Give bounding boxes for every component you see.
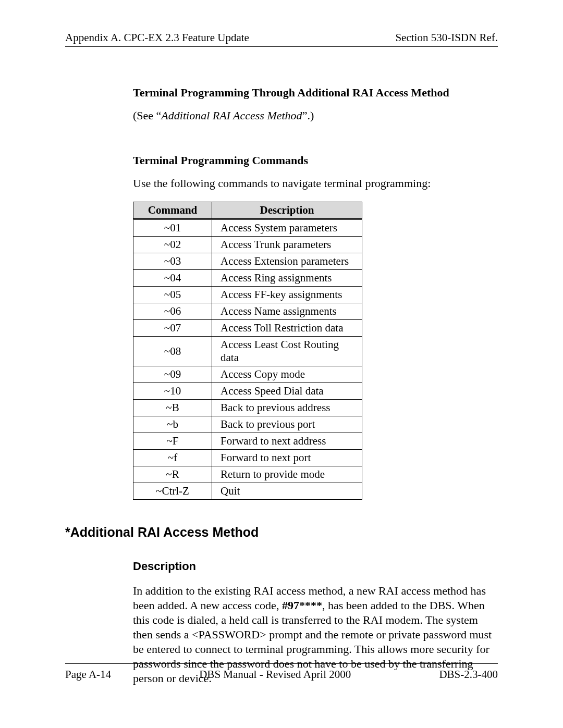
section-title-additional-rai: *Additional RAI Access Method xyxy=(65,525,498,540)
description-cell: Forward to next address xyxy=(212,433,362,450)
command-cell: ~F xyxy=(133,433,212,450)
see-suffix: ”.) xyxy=(302,109,314,122)
footer-center: DBS Manual - Revised April 2000 xyxy=(199,668,351,681)
access-code: #97**** xyxy=(282,599,322,612)
description-cell: Return to provide mode xyxy=(212,466,362,483)
command-cell: ~Ctrl-Z xyxy=(133,483,212,500)
description-cell: Access Trunk parameters xyxy=(212,237,362,253)
description-cell: Access Speed Dial data xyxy=(212,383,362,400)
description-cell: Back to previous port xyxy=(212,416,362,433)
description-cell: Access Extension parameters xyxy=(212,253,362,270)
see-italic: Additional RAI Access Method xyxy=(161,109,302,122)
header-right: Section 530-ISDN Ref. xyxy=(395,31,498,44)
command-cell: ~03 xyxy=(133,253,212,270)
description-cell: Access Least Cost Routing data xyxy=(212,337,362,366)
description-cell: Access Toll Restriction data xyxy=(212,320,362,337)
commands-intro: Use the following commands to navigate t… xyxy=(133,177,498,190)
command-cell: ~02 xyxy=(133,237,212,253)
section-heading-terminal-rai: Terminal Programming Through Additional … xyxy=(133,86,498,100)
table-row: ~fForward to next port xyxy=(133,450,362,466)
table-row: ~Ctrl-ZQuit xyxy=(133,483,362,500)
description-cell: Access Ring assignments xyxy=(212,270,362,287)
table-header-row: Command Description xyxy=(133,202,362,219)
description-cell: Access Copy mode xyxy=(212,366,362,383)
header-left: Appendix A. CPC-EX 2.3 Feature Update xyxy=(65,31,249,44)
table-row: ~02Access Trunk parameters xyxy=(133,237,362,253)
table-row: ~03Access Extension parameters xyxy=(133,253,362,270)
commands-table: Command Description ~01Access System par… xyxy=(133,202,362,500)
see-reference: (See “Additional RAI Access Method”.) xyxy=(133,109,498,122)
command-cell: ~08 xyxy=(133,337,212,366)
document-page: Appendix A. CPC-EX 2.3 Feature Update Se… xyxy=(0,0,563,728)
table-row: ~FForward to next address xyxy=(133,433,362,450)
command-cell: ~06 xyxy=(133,303,212,320)
table-row: ~07Access Toll Restriction data xyxy=(133,320,362,337)
command-cell: ~R xyxy=(133,466,212,483)
table-row: ~01Access System parameters xyxy=(133,219,362,237)
command-cell: ~f xyxy=(133,450,212,466)
table-header-command: Command xyxy=(133,202,212,219)
description-cell: Access Name assignments xyxy=(212,303,362,320)
see-prefix: (See “ xyxy=(133,109,161,122)
table-row: ~06Access Name assignments xyxy=(133,303,362,320)
table-row: ~10Access Speed Dial data xyxy=(133,383,362,400)
footer-right: DBS-2.3-400 xyxy=(439,668,498,681)
description-heading: Description xyxy=(133,560,498,573)
command-cell: ~05 xyxy=(133,287,212,303)
table-header-description: Description xyxy=(212,202,362,219)
table-row: ~bBack to previous port xyxy=(133,416,362,433)
description-cell: Back to previous address xyxy=(212,400,362,416)
command-cell: ~04 xyxy=(133,270,212,287)
table-row: ~BBack to previous address xyxy=(133,400,362,416)
page-header: Appendix A. CPC-EX 2.3 Feature Update Se… xyxy=(65,31,498,47)
table-row: ~04Access Ring assignments xyxy=(133,270,362,287)
command-cell: ~b xyxy=(133,416,212,433)
description-cell: Access FF-key assignments xyxy=(212,287,362,303)
description-cell: Access System parameters xyxy=(212,219,362,237)
footer-left: Page A-14 xyxy=(65,668,111,681)
table-row: ~05Access FF-key assignments xyxy=(133,287,362,303)
command-cell: ~09 xyxy=(133,366,212,383)
content-area: Terminal Programming Through Additional … xyxy=(133,86,498,500)
table-row: ~RReturn to provide mode xyxy=(133,466,362,483)
section-heading-commands: Terminal Programming Commands xyxy=(133,154,498,167)
command-cell: ~10 xyxy=(133,383,212,400)
command-cell: ~01 xyxy=(133,219,212,237)
table-row: ~08Access Least Cost Routing data xyxy=(133,337,362,366)
command-cell: ~07 xyxy=(133,320,212,337)
description-cell: Quit xyxy=(212,483,362,500)
page-footer: Page A-14 DBS Manual - Revised April 200… xyxy=(65,663,498,681)
description-cell: Forward to next port xyxy=(212,450,362,466)
command-cell: ~B xyxy=(133,400,212,416)
table-row: ~09Access Copy mode xyxy=(133,366,362,383)
